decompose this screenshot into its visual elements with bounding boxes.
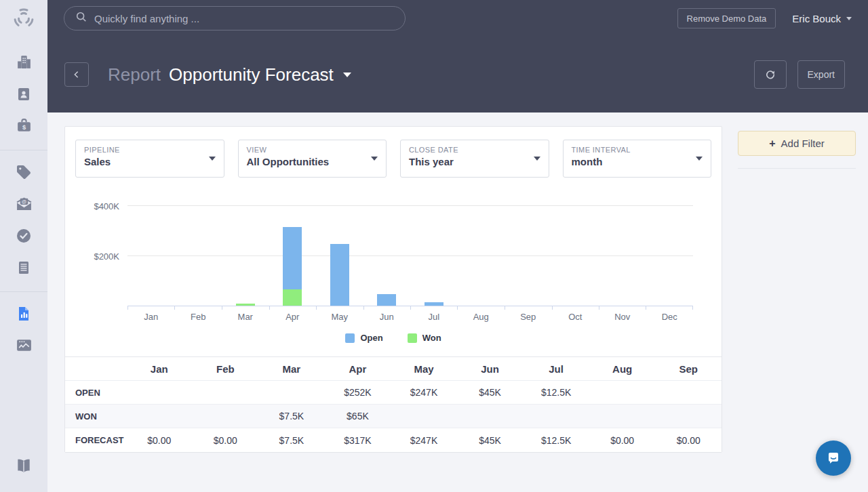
table-header-cell: Mar bbox=[258, 363, 325, 375]
bar-jul[interactable] bbox=[425, 206, 443, 306]
bar-apr[interactable] bbox=[283, 206, 302, 306]
axis-tick bbox=[127, 306, 128, 310]
table-header-cell: Aug bbox=[589, 363, 656, 375]
legend-item-open[interactable]: Open bbox=[345, 333, 382, 343]
table-row-label: FORECAST bbox=[65, 435, 126, 445]
chart-column bbox=[222, 206, 269, 306]
filter-label: TIME INTERVAL bbox=[572, 146, 703, 154]
chart-column bbox=[552, 206, 599, 306]
table-row: WON$7.5K$65K bbox=[65, 405, 722, 428]
x-axis-label: Jun bbox=[363, 312, 411, 322]
global-search[interactable] bbox=[64, 6, 406, 30]
table-cell: $317K bbox=[325, 435, 391, 446]
x-axis-label: Mar bbox=[222, 312, 269, 322]
chevron-down-icon bbox=[696, 157, 703, 161]
remove-demo-data-button[interactable]: Remove Demo Data bbox=[677, 8, 776, 28]
sidebar-item-email[interactable]: @ bbox=[0, 189, 47, 221]
x-axis-label: Dec bbox=[646, 312, 694, 322]
bar-jan[interactable] bbox=[142, 206, 161, 306]
table-header-row: JanFebMarAprMayJunJulAugSep bbox=[65, 357, 722, 381]
bar-oct[interactable] bbox=[566, 206, 585, 306]
report-chart-icon bbox=[16, 306, 32, 325]
chart-column bbox=[269, 206, 317, 306]
bar-aug[interactable] bbox=[471, 206, 490, 306]
book-icon bbox=[15, 457, 33, 477]
back-button[interactable] bbox=[64, 62, 89, 87]
bar-mar[interactable] bbox=[236, 206, 255, 306]
report-title-group[interactable]: Report Opportunity Forecast bbox=[108, 64, 351, 85]
bar-feb[interactable] bbox=[189, 206, 208, 306]
x-axis-label: Aug bbox=[458, 312, 505, 322]
chart-column bbox=[175, 206, 222, 306]
chat-launcher-button[interactable] bbox=[816, 440, 851, 476]
axis-tick bbox=[599, 306, 599, 310]
tag-icon bbox=[16, 164, 32, 183]
won-bar-segment[interactable] bbox=[236, 304, 255, 306]
table-cell: $12.5K bbox=[523, 435, 589, 446]
sidebar-item-notes[interactable] bbox=[0, 253, 47, 285]
table-header-cell: Apr bbox=[325, 363, 391, 375]
chart-plot bbox=[127, 206, 693, 306]
open-bar-segment[interactable] bbox=[330, 244, 349, 306]
refresh-button[interactable] bbox=[754, 60, 787, 89]
sidebar-item-opportunities[interactable]: $ bbox=[0, 111, 47, 143]
filter-view[interactable]: VIEW All Opportunities bbox=[238, 140, 387, 178]
filter-pipeline[interactable]: PIPELINE Sales bbox=[75, 140, 224, 178]
chart-column bbox=[127, 206, 175, 306]
chart-slots bbox=[127, 206, 693, 306]
open-bar-segment[interactable] bbox=[377, 294, 396, 306]
export-button[interactable]: Export bbox=[797, 60, 845, 89]
sidebar-item-help[interactable] bbox=[0, 451, 47, 483]
filter-label: PIPELINE bbox=[84, 146, 216, 154]
add-filter-label: Add Filter bbox=[781, 138, 825, 149]
bar-sep[interactable] bbox=[519, 206, 538, 306]
x-axis-labels: JanFebMarAprMayJunJulAugSepOctNovDec bbox=[127, 312, 693, 322]
open-bar-segment[interactable] bbox=[283, 227, 302, 290]
svg-text:@: @ bbox=[21, 199, 26, 205]
app-header: Remove Demo Data Eric Bouck Report Oppor… bbox=[47, 0, 868, 112]
legend-item-won[interactable]: Won bbox=[408, 333, 441, 343]
search-input[interactable] bbox=[94, 13, 394, 24]
search-icon bbox=[75, 11, 87, 26]
y-axis-tick-label: $400K bbox=[94, 201, 119, 211]
chart-legend: OpenWon bbox=[65, 333, 722, 343]
chevron-down-icon bbox=[209, 157, 216, 161]
sidebar-item-contacts[interactable] bbox=[0, 79, 47, 111]
table-header-cell: May bbox=[391, 363, 457, 375]
bar-may[interactable] bbox=[330, 206, 349, 306]
open-bar-segment[interactable] bbox=[425, 302, 443, 306]
filter-value: This year bbox=[409, 156, 540, 167]
table-cell: $247K bbox=[391, 387, 457, 398]
chart-column bbox=[316, 206, 363, 306]
axis-tick bbox=[222, 306, 222, 310]
bar-jun[interactable] bbox=[377, 206, 396, 306]
filter-close-date[interactable]: CLOSE DATE This year bbox=[400, 140, 549, 178]
sidebar-item-reports[interactable] bbox=[0, 299, 47, 331]
report-header: Report Opportunity Forecast Export bbox=[47, 37, 868, 112]
bar-dec[interactable] bbox=[660, 206, 679, 306]
chat-bubble-icon bbox=[825, 449, 842, 467]
filter-label: CLOSE DATE bbox=[409, 146, 540, 154]
sidebar-item-tasks[interactable] bbox=[0, 221, 47, 253]
chevron-down-icon[interactable] bbox=[343, 73, 351, 77]
app-logo-icon[interactable] bbox=[12, 0, 36, 37]
sidebar-item-insights[interactable] bbox=[0, 331, 47, 363]
sidebar-item-tags[interactable] bbox=[0, 157, 47, 189]
report-card: PIPELINE Sales VIEW All Opportunities CL… bbox=[64, 126, 722, 453]
table-cell: $7.5K bbox=[258, 411, 325, 422]
table-cell: $247K bbox=[391, 435, 457, 446]
x-axis-ticks bbox=[127, 306, 693, 310]
bar-nov[interactable] bbox=[613, 206, 632, 306]
table-cell: $0.00 bbox=[589, 435, 656, 446]
x-axis-label: Jan bbox=[127, 312, 175, 322]
legend-label: Open bbox=[360, 333, 382, 343]
won-bar-segment[interactable] bbox=[283, 289, 302, 306]
user-menu[interactable]: Eric Bouck bbox=[792, 13, 852, 24]
sidebar-item-companies[interactable] bbox=[0, 47, 47, 79]
filter-time-interval[interactable]: TIME INTERVAL month bbox=[563, 140, 712, 178]
legend-swatch bbox=[345, 333, 355, 343]
companies-icon bbox=[16, 54, 33, 73]
y-axis-labels: $400K$200K bbox=[75, 206, 127, 306]
add-filter-button[interactable]: + Add Filter bbox=[738, 131, 856, 156]
side-panel-divider bbox=[738, 168, 856, 169]
